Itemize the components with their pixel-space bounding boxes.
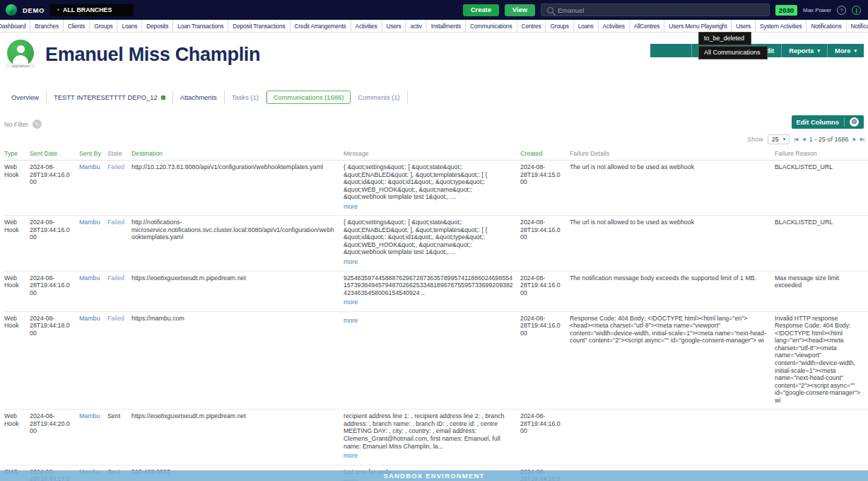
nav-item-users[interactable]: Users — [732, 20, 756, 32]
page-size-select[interactable]: 25 ▾ — [768, 134, 790, 144]
chevron-down-icon: ▾ — [783, 137, 786, 142]
more-link[interactable]: more — [344, 317, 358, 325]
tab-tasks-1[interactable]: Tasks (1) — [225, 91, 266, 104]
sent-by-link[interactable]: Mambu — [79, 274, 100, 282]
cell-created: 2024-08-28T19:44:16.000 — [520, 216, 570, 271]
column-header-sent-date[interactable]: Sent Date — [30, 148, 79, 161]
edit-columns-button[interactable]: Edit Columns ⚙ — [792, 115, 864, 129]
counter-badge[interactable]: 2030 — [775, 5, 797, 16]
menu-item-all-communications[interactable]: All Communications — [698, 46, 768, 59]
nav-item-loan-transactions[interactable]: Loan Transactions — [173, 20, 228, 32]
tab-overview[interactable]: Overview — [4, 91, 47, 104]
create-button[interactable]: Create — [463, 4, 499, 16]
cell-sent-date: 2024-08-28T19:44:16.000 — [30, 161, 79, 216]
tab-testt-interesetttt-depo-12[interactable]: TESTT INTERESETTTT DEPO_12 — [47, 91, 173, 104]
nav-item-installments[interactable]: Installments — [427, 20, 466, 32]
cell-created: 2024-08-28T19:44:16.000 — [520, 410, 570, 465]
cell-failure-reason: BLACKLISTED_URL — [775, 161, 868, 216]
pagination: Show 25 ▾ |◀ ◀ 1 - 25 of 1686 ▶ ▶| — [747, 134, 864, 144]
menu-item-to-be-deleted[interactable]: to_be_deleted — [698, 32, 751, 45]
table-row: Web Hook2024-08-28T19:44:16.000MambuFail… — [4, 216, 868, 271]
nav-item-deposits[interactable]: Deposits — [142, 20, 173, 32]
cell-failure-reason: BLACKLISTED_URL — [775, 216, 868, 271]
view-button[interactable]: View — [505, 4, 535, 16]
tab-label: Tasks (1) — [232, 93, 259, 101]
cell-message: { &quot;settings&quot;: [ &quot;state&qu… — [344, 161, 520, 216]
sent-by-link[interactable]: Mambu — [79, 163, 100, 170]
nav-item-users[interactable]: Users — [382, 20, 406, 32]
state-text: Failed — [107, 163, 124, 170]
column-header-failure-details: Failure Details — [570, 148, 775, 161]
nav-item-notifications[interactable]: Notifications — [807, 20, 846, 32]
state-text: Failed — [107, 274, 124, 282]
nav-item-deposit-transactions[interactable]: Deposit Transactions — [228, 20, 290, 32]
cell-failure-reason: Invalid HTTP response Response Code: 404… — [775, 311, 868, 410]
action-label: Reports — [789, 47, 814, 54]
cell-sent-by: Mambu — [79, 216, 107, 271]
column-header-failure-reason: Failure Reason — [775, 148, 868, 161]
global-search[interactable] — [541, 4, 770, 16]
tab-attachments[interactable]: Attachments — [173, 91, 225, 104]
more-link[interactable]: more — [344, 203, 358, 211]
branch-selector[interactable]: • ALL BRANCHES — [50, 4, 134, 16]
column-header-created[interactable]: Created — [520, 148, 570, 161]
column-header-sent-by[interactable]: Sent By — [79, 148, 107, 161]
nav-item-users-menu-playwright[interactable]: Users Menu Playwright — [664, 20, 732, 32]
message-text: { &quot;settings&quot;: [ &quot;state&qu… — [344, 219, 513, 256]
search-icon — [547, 7, 553, 13]
action-label: More — [835, 47, 850, 54]
nav-item-loans[interactable]: Loans — [574, 20, 599, 32]
cell-sent-by: Mambu — [79, 271, 107, 311]
nav-item-activities[interactable]: Activities — [599, 20, 630, 32]
more-link[interactable]: more — [344, 452, 358, 460]
nav-item-branches[interactable]: Branches — [30, 20, 64, 32]
tab-communications-1686[interactable]: Communications (1686) — [266, 91, 351, 104]
more-link[interactable]: more — [344, 258, 358, 266]
nav-item-groups[interactable]: Groups — [546, 20, 573, 32]
last-page-icon[interactable]: ▶| — [860, 137, 864, 142]
nav-item-activ[interactable]: activ — [406, 20, 426, 32]
cell-sent-by: Mambu — [79, 311, 107, 410]
tenant-name: DEMO — [23, 6, 45, 14]
column-header-destination[interactable]: Destination — [131, 148, 344, 161]
nav-item-loans[interactable]: Loans — [117, 20, 142, 32]
cell-destination: https://eoe8xguxetxeudt.m.pipedream.net — [131, 271, 344, 311]
chevron-down-icon: ▾ — [854, 48, 857, 54]
nav-item-clients[interactable]: Clients — [64, 20, 90, 32]
sent-by-link[interactable]: Mambu — [79, 315, 100, 322]
table-header-row: TypeSent DateSent ByStateDestinationMess… — [4, 148, 868, 161]
cell-sent-by: Mambu — [79, 161, 107, 216]
sent-by-link[interactable]: Mambu — [79, 219, 100, 226]
nav-item-dashboard[interactable]: Dashboard — [0, 20, 30, 32]
cell-type: Web Hook — [4, 271, 30, 311]
nav-item-activities[interactable]: Activities — [351, 20, 382, 32]
next-page-icon[interactable]: ▶ — [852, 137, 855, 142]
nav-item-communications[interactable]: Communications — [466, 20, 517, 32]
column-header-state: State — [107, 148, 131, 161]
nav-item-notifications[interactable]: Notifications — [847, 20, 868, 32]
edit-filter-icon[interactable]: ✎ — [33, 120, 42, 129]
avatar[interactable] — [7, 40, 34, 66]
nav-item-system-activities[interactable]: System Activities — [756, 20, 807, 32]
action-reports-button[interactable]: Reports▾ — [781, 44, 827, 57]
more-link[interactable]: more — [344, 299, 358, 306]
nav-item-groups[interactable]: Groups — [90, 20, 117, 32]
first-page-icon[interactable]: |◀ — [794, 137, 797, 142]
tab-bar: OverviewTESTT INTERESETTTT DEPO_12Attach… — [4, 91, 868, 104]
cell-type: Web Hook — [4, 410, 30, 465]
page-size-value: 25 — [772, 136, 779, 143]
user-name[interactable]: Max Power — [803, 7, 831, 13]
action-more-button[interactable]: More▾ — [827, 44, 864, 57]
prev-page-icon[interactable]: ◀ — [802, 137, 804, 142]
search-input[interactable] — [558, 6, 763, 14]
nav-item-centres[interactable]: Centres — [517, 20, 546, 32]
tab-comments-1[interactable]: Comments (1) — [351, 91, 407, 104]
tab-label: Attachments — [180, 93, 217, 101]
nav-item-credit-arrangements[interactable]: Credit Arrangements — [291, 20, 351, 32]
help-icon[interactable]: ? — [837, 6, 846, 15]
cell-sent-date: 2024-08-28T19:44:20.000 — [30, 410, 79, 465]
nav-item-allcentres[interactable]: AllCentres — [630, 20, 665, 32]
sent-by-link[interactable]: Mambu — [79, 412, 100, 419]
column-header-type[interactable]: Type — [4, 148, 30, 161]
status-icon[interactable]: | — [852, 6, 861, 15]
